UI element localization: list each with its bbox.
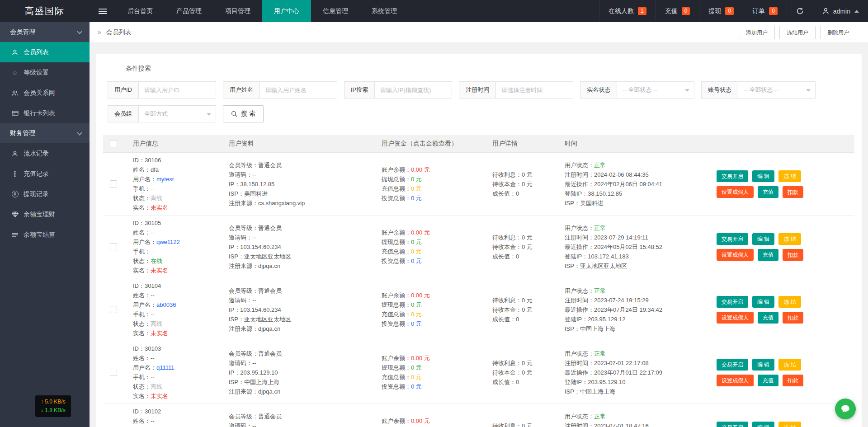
member-group-select[interactable]: 全部方式 (139, 106, 216, 122)
select-all-checkbox[interactable] (110, 140, 117, 147)
edit-button[interactable]: 编 辑 (752, 170, 774, 182)
deduct-button[interactable]: 扣款 (783, 186, 803, 198)
sidebar-item-recharge-records[interactable]: 充值记录 (0, 164, 90, 184)
account-balance[interactable]: 0.00 元 (411, 166, 430, 173)
username-link[interactable]: qwe1122 (156, 239, 180, 245)
deduct-button[interactable]: 扣款 (783, 249, 803, 261)
gem-icon (11, 211, 19, 217)
sidebar-item-level-settings[interactable]: ☆ 等级设置 (0, 62, 90, 83)
breadcrumb: » 会员列表 (98, 28, 132, 37)
add-user-button[interactable]: 添加用户 (739, 26, 775, 39)
username-link[interactable]: ab0036 (156, 301, 176, 308)
nav-item[interactable]: 后台首页 (116, 0, 165, 22)
account-balance[interactable]: 0.00 元 (411, 292, 430, 299)
recharge-total[interactable]: 0 元 (411, 248, 422, 255)
sidebar-item-member-list[interactable]: 会员列表 (0, 42, 90, 62)
set-fake-button[interactable]: 设置成假人 (717, 375, 754, 386)
sidebar-item-yuebao-settle[interactable]: 余额宝结算 (0, 225, 90, 245)
invest-total[interactable]: 0 元 (411, 383, 422, 390)
stat-item[interactable]: 充值 0 (656, 0, 699, 22)
invest-total[interactable]: 0 元 (411, 195, 422, 202)
user-phone: -- (151, 248, 155, 255)
nav-item[interactable]: 系统管理 (360, 0, 409, 22)
menu-toggle-icon[interactable] (90, 0, 116, 22)
refresh-button[interactable] (787, 0, 813, 22)
nav-item[interactable]: 用户中心 (262, 0, 311, 22)
sidebar-item-bank-cards[interactable]: 银行卡列表 (0, 103, 90, 123)
account-balance[interactable]: 0.00 元 (411, 229, 430, 236)
edit-button[interactable]: 编 辑 (752, 359, 774, 371)
recharge-button[interactable]: 充值 (758, 186, 778, 198)
withdraw-total[interactable]: 0 元 (411, 176, 422, 183)
stat-item[interactable]: 在线人数 1 (599, 0, 656, 22)
row-checkbox[interactable] (110, 306, 117, 313)
set-fake-button[interactable]: 设置成假人 (717, 186, 754, 198)
set-fake-button[interactable]: 设置成假人 (717, 249, 754, 261)
username-link[interactable]: mytest (156, 176, 174, 183)
delete-user-button[interactable]: 删除用户 (820, 26, 856, 39)
withdraw-total[interactable]: 0 元 (411, 239, 422, 245)
trade-toggle-button[interactable]: 交易开启 (717, 170, 748, 182)
trade-toggle-button[interactable]: 交易开启 (717, 296, 748, 308)
row-checkbox[interactable] (110, 369, 117, 376)
edit-button[interactable]: 编 辑 (752, 233, 774, 245)
chat-support-button[interactable] (835, 399, 856, 419)
login-ip: 203.95.129.12 (588, 316, 625, 323)
trade-toggle-button[interactable]: 交易开启 (717, 422, 748, 427)
deduct-button[interactable]: 扣款 (783, 312, 803, 324)
stat-item[interactable]: 提现 0 (699, 0, 743, 22)
nav-item[interactable]: 产品管理 (165, 0, 213, 22)
recharge-total[interactable]: 0 元 (411, 374, 422, 380)
freeze-button[interactable]: 冻 结 (778, 359, 801, 371)
username-link[interactable]: q11111 (156, 364, 175, 371)
freeze-button[interactable]: 冻 结 (778, 422, 801, 427)
member-group-field-group: 会员组 全部方式 (108, 105, 216, 122)
row-checkbox[interactable] (110, 180, 117, 188)
online-status: 在线 (151, 258, 162, 264)
sidebar-item-flow-records[interactable]: 流水记录 (0, 143, 90, 164)
user-profile-cell: 会员等级：普通会员 邀请码：-- IP：103.154.60.234 ISP：亚… (220, 223, 373, 271)
realname-status-select[interactable]: -- 全部状态 -- (617, 82, 694, 98)
row-checkbox[interactable] (110, 243, 117, 250)
chevron-down-icon (77, 130, 82, 135)
sidebar-item-withdraw-records[interactable]: ¥ 提现记录 (0, 184, 90, 204)
account-balance[interactable]: 0.00 元 (411, 418, 430, 424)
user-name-input[interactable] (260, 82, 337, 98)
trade-toggle-button[interactable]: 交易开启 (717, 233, 748, 245)
recharge-button[interactable]: 充值 (758, 249, 778, 261)
user-id-input[interactable] (139, 82, 216, 98)
sidebar-item-member-network[interactable]: 会员关系网 (0, 83, 90, 103)
sidebar-group-member[interactable]: 会员管理 (0, 22, 90, 42)
invest-total[interactable]: 0 元 (411, 258, 422, 264)
freeze-user-button[interactable]: 冻结用户 (779, 26, 816, 39)
register-time-input[interactable] (496, 82, 573, 98)
freeze-button[interactable]: 冻 结 (778, 170, 801, 182)
edit-button[interactable]: 编 辑 (752, 422, 774, 427)
table-row: ID：30106 姓名：dfa 用户名：mytest 手机：-- 状态：离线 实… (103, 153, 854, 216)
set-fake-button[interactable]: 设置成假人 (717, 312, 754, 324)
growth-value: 0 (516, 253, 519, 260)
sidebar-item-yuebao-invest[interactable]: 余额宝理财 (0, 204, 90, 225)
recharge-total[interactable]: 0 元 (411, 311, 422, 318)
trade-toggle-button[interactable]: 交易开启 (717, 359, 748, 371)
account-status-select[interactable]: -- 全部状态 -- (738, 82, 815, 98)
recharge-total[interactable]: 0 元 (411, 185, 422, 192)
nav-item[interactable]: 信息管理 (311, 0, 360, 22)
edit-button[interactable]: 编 辑 (752, 296, 774, 308)
recharge-button[interactable]: 充值 (758, 312, 778, 324)
nav-item[interactable]: 项目管理 (213, 0, 262, 22)
withdraw-total[interactable]: 0 元 (411, 301, 422, 308)
ip-search-input[interactable] (375, 82, 452, 98)
search-button[interactable]: 搜 索 (223, 105, 264, 122)
freeze-button[interactable]: 冻 结 (778, 233, 801, 245)
freeze-button[interactable]: 冻 结 (778, 296, 801, 308)
stat-item[interactable]: 订单 0 (743, 0, 787, 22)
admin-menu[interactable]: admin (813, 0, 868, 22)
invest-total[interactable]: 0 元 (411, 320, 422, 327)
account-balance[interactable]: 0.00 元 (411, 355, 430, 361)
last-operation-time: 2023年07月01日 22:17:09 (594, 369, 662, 376)
sidebar-group-finance[interactable]: 财务管理 (0, 123, 90, 143)
recharge-button[interactable]: 充值 (758, 375, 778, 386)
deduct-button[interactable]: 扣款 (783, 375, 803, 386)
withdraw-total[interactable]: 0 元 (411, 364, 422, 371)
